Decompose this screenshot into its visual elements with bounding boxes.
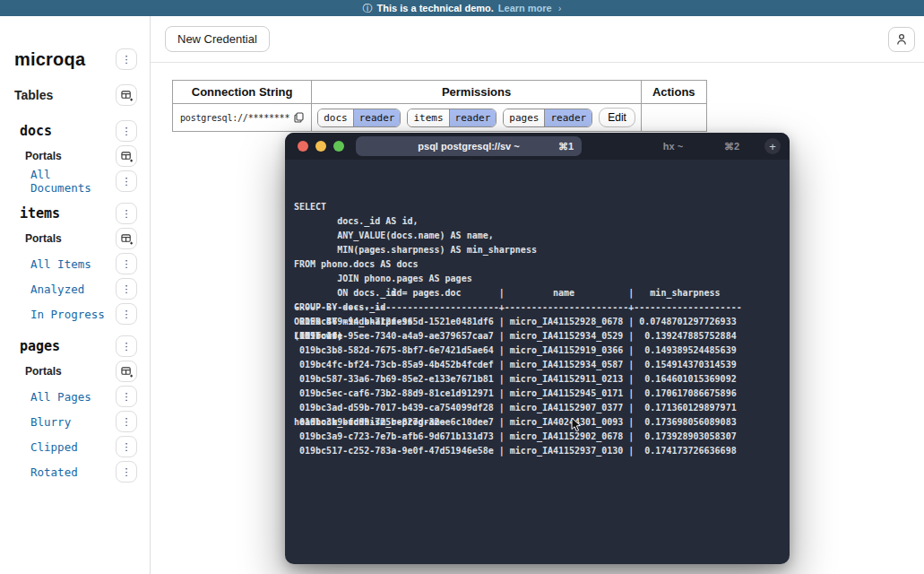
sidebar-portal-row: All Pages⋮ <box>0 384 150 409</box>
copy-icon[interactable] <box>294 112 304 123</box>
sidebar-table-docs[interactable]: docs <box>20 123 52 139</box>
tab-psql-shortcut: ⌘1 <box>558 141 574 152</box>
add-table-button[interactable] <box>116 84 137 106</box>
sidebar-table-pages[interactable]: pages <box>20 338 60 354</box>
sidebar-table-row: items⋮ <box>0 201 150 226</box>
kebab-icon: ⋮ <box>122 284 132 294</box>
permission-table: items <box>408 109 448 126</box>
sidebar-portal-clipped[interactable]: Clipped <box>30 440 78 454</box>
permission-table: pages <box>504 109 544 126</box>
kebab-icon: ⋮ <box>122 442 132 452</box>
sidebar-portal-blurry[interactable]: Blurry <box>30 415 71 429</box>
add-portal-button[interactable] <box>116 361 137 382</box>
sidebar-portal-all-documents[interactable]: All Documents <box>30 168 116 195</box>
tab-psql-title: psql postgresql://sv ~ <box>418 141 519 152</box>
info-icon: ⓘ <box>363 2 373 15</box>
permission-chip-docs[interactable]: docsreader <box>317 109 401 127</box>
portal-menu-button[interactable]: ⋮ <box>116 461 137 483</box>
sidebar-table-items[interactable]: items <box>20 205 60 222</box>
minimize-window-button[interactable] <box>315 141 326 152</box>
table-plus-icon <box>121 90 133 101</box>
sidebar-portal-row: In Progress⋮ <box>0 301 150 326</box>
tables-section-label: Tables <box>14 88 53 102</box>
psql-separator-row: --------------------------------------+-… <box>294 300 781 315</box>
sidebar-portal-all-pages[interactable]: All Pages <box>30 390 91 404</box>
terminal-tab-psql[interactable]: psql postgresql://sv ~ ⌘1 <box>356 136 582 156</box>
permission-chip-pages[interactable]: pagesreader <box>503 109 592 127</box>
sidebar-portal-row: Analyzed⋮ <box>0 276 150 301</box>
psql-row: 019bc5ec-caf6-73b2-88d9-81ce1d912971 | m… <box>294 387 781 401</box>
add-portal-button[interactable] <box>116 145 137 167</box>
terminal-line: docs._id AS id, <box>294 214 781 229</box>
sidebar-table-row: docs⋮ <box>0 118 150 144</box>
terminal-line: SELECT <box>294 200 781 214</box>
edit-permissions-button[interactable]: Edit <box>599 108 635 127</box>
close-window-button[interactable] <box>298 141 308 152</box>
connection-string-value: postgresql://******** <box>180 113 289 123</box>
sidebar-portal-row: Rotated⋮ <box>0 459 150 484</box>
sidebar-portal-row: All Documents⋮ <box>0 169 150 194</box>
terminal-line: FROM phono.docs AS docs <box>294 257 781 272</box>
sidebar-portals-row: Portals <box>0 144 150 169</box>
psql-row: 019bc517-c252-783a-9e0f-47d51946e58e | m… <box>294 444 781 458</box>
terminal-titlebar[interactable]: psql postgresql://sv ~ ⌘1 hx ~ ⌘2 + <box>285 133 790 160</box>
psql-result-table: id | name | min_sharpness --------------… <box>294 286 781 300</box>
psql-row: 019bc3b8-582d-7675-8bf7-6e7421d5ae64 | m… <box>294 344 781 358</box>
portal-menu-button[interactable]: ⋮ <box>116 436 137 457</box>
portal-menu-button[interactable]: ⋮ <box>116 278 137 300</box>
connection-string-cell: postgresql://******** <box>173 104 312 132</box>
sidebar-portals-row: Portals <box>0 359 150 384</box>
portal-menu-button[interactable]: ⋮ <box>116 386 137 407</box>
kebab-icon: ⋮ <box>122 309 132 319</box>
kebab-icon: ⋮ <box>122 259 132 269</box>
table-menu-button[interactable]: ⋮ <box>116 120 137 142</box>
tab-hx-title: hx ~ <box>663 141 683 152</box>
kebab-icon: ⋮ <box>122 209 132 219</box>
add-portal-button[interactable] <box>116 228 137 249</box>
sidebar-portal-in-progress[interactable]: In Progress <box>30 308 105 321</box>
credentials-header-row: Connection String Permissions Actions <box>173 81 707 104</box>
psql-row: 019bc587-33a6-7b69-85e2-e133e7671b81 | m… <box>294 372 781 387</box>
app-menu-button[interactable]: ⋮ <box>116 48 137 70</box>
learn-more-link[interactable]: Learn more <box>498 3 552 13</box>
main-panel: New Credential Connection String Permiss… <box>151 16 924 574</box>
permission-chip-items[interactable]: itemsreader <box>407 109 497 127</box>
portal-menu-button[interactable]: ⋮ <box>116 303 137 325</box>
permission-role: reader <box>449 109 497 126</box>
psql-row: 019bc4fe-95ee-7340-a4a9-ae379657caa7 | m… <box>294 329 781 344</box>
terminal-window[interactable]: psql postgresql://sv ~ ⌘1 hx ~ ⌘2 + SELE… <box>285 133 790 564</box>
portal-menu-button[interactable]: ⋮ <box>116 170 137 192</box>
sidebar-portal-analyzed[interactable]: Analyzed <box>30 283 84 296</box>
table-menu-button[interactable]: ⋮ <box>116 335 137 357</box>
sidebar-portal-row: Blurry⋮ <box>0 409 150 434</box>
terminal-content[interactable]: SELECT docs._id AS id, ANY_VALUE(docs.na… <box>285 160 790 458</box>
sidebar-portal-rotated[interactable]: Rotated <box>30 465 78 479</box>
psql-header-row: id | name | min_sharpness <box>294 286 781 300</box>
table-menu-button[interactable]: ⋮ <box>116 203 137 224</box>
psql-row: 019bc3ad-d59b-7017-b439-ca754099df28 | m… <box>294 401 781 415</box>
psql-row: 019bc3a9-c723-7e7b-afb6-9d671b131d73 | m… <box>294 430 781 444</box>
zoom-window-button[interactable] <box>333 141 344 152</box>
terminal-line: JOIN phono.pages AS pages <box>294 272 781 286</box>
user-account-button[interactable] <box>888 27 915 52</box>
portal-menu-button[interactable]: ⋮ <box>116 253 137 274</box>
permission-table: docs <box>318 109 353 126</box>
portals-label: Portals <box>25 150 62 162</box>
kebab-icon: ⋮ <box>122 126 132 136</box>
new-tab-button[interactable]: + <box>764 138 781 154</box>
window-controls <box>298 141 344 152</box>
kebab-icon: ⋮ <box>122 342 132 352</box>
psql-row: 019bc4fc-bf24-73cb-85a9-4b452b4fcdef | m… <box>294 358 781 372</box>
portal-menu-button[interactable]: ⋮ <box>116 411 137 432</box>
sidebar-portal-all-items[interactable]: All Items <box>30 257 91 271</box>
sidebar-table-groups: docs⋮PortalsAll Documents⋮items⋮PortalsA… <box>0 118 150 484</box>
person-icon <box>895 33 908 46</box>
kebab-icon: ⋮ <box>122 55 132 65</box>
kebab-icon: ⋮ <box>122 417 132 427</box>
terminal-tab-hx[interactable]: hx ~ ⌘2 <box>582 136 764 156</box>
table-plus-icon <box>121 151 133 162</box>
new-credential-button[interactable]: New Credential <box>165 26 270 52</box>
portals-label: Portals <box>25 365 62 378</box>
top-toolbar: New Credential <box>151 16 924 63</box>
chevron-right-icon: › <box>558 3 562 13</box>
